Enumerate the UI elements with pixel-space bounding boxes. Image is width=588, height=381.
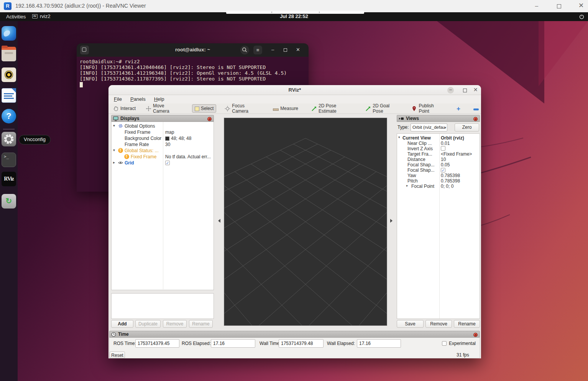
tool-interact[interactable]: Interact	[111, 105, 138, 113]
focus-camera-icon	[225, 106, 230, 112]
views-row-focal-shape-fixed[interactable]: Focal Shap... ✓	[397, 168, 480, 173]
terminal-close-button[interactable]: ✕	[294, 46, 302, 54]
3d-viewport[interactable]	[224, 118, 387, 326]
tool-measure[interactable]: Measure	[271, 105, 301, 112]
tree-row-frame-rate[interactable]: Frame Rate 30	[112, 141, 214, 148]
vnc-close-button[interactable]: ✕	[573, 0, 588, 12]
expander-open-icon[interactable]: ▾	[113, 148, 115, 152]
vnc-collapsed-toolbar[interactable]	[226, 11, 364, 14]
tool-move-camera[interactable]: Move Camera	[143, 102, 184, 115]
views-row-yaw[interactable]: Yaw 0.785398	[397, 173, 480, 178]
save-view-button[interactable]: Save	[397, 320, 424, 328]
splitter-arrow-right-icon[interactable]	[390, 219, 393, 223]
tool-2d-goal-pose[interactable]: 2D Goal Pose	[363, 102, 403, 115]
power-icon[interactable]	[579, 14, 585, 20]
tree-row-fixed-frame[interactable]: Fixed Frame map	[112, 129, 214, 135]
add-display-button[interactable]: Add	[111, 320, 133, 328]
views-row-focal-point[interactable]: ▸ Focal Point 0; 0; 0	[397, 184, 480, 189]
terminal-line: [INFO] [1753714361.412040466] [rviz2]: S…	[80, 64, 266, 70]
tool-move-camera-label: Move Camera	[153, 103, 181, 114]
libreoffice-writer-icon[interactable]	[2, 88, 16, 103]
checkbox-unchecked[interactable]	[441, 146, 445, 151]
close-panel-icon[interactable]	[207, 117, 212, 121]
expander-open-icon[interactable]: ▾	[398, 135, 400, 139]
eye-icon	[118, 160, 123, 165]
ros-time-field[interactable]: 1753714379.45	[135, 339, 179, 348]
views-panel-header[interactable]: Views	[397, 115, 480, 122]
focused-app-indicator[interactable]: RV rviz2	[32, 13, 50, 19]
ros-elapsed-field[interactable]: 17.16	[211, 339, 255, 348]
wallpaper-wedge	[539, 21, 588, 86]
thunderbird-icon[interactable]	[2, 26, 16, 41]
expander-closed-icon[interactable]: ▸	[406, 184, 408, 187]
view-type-dropdown[interactable]: Orbit (rviz_defau▾	[411, 123, 447, 131]
tree-row-background-color[interactable]: Background Color 48; 48; 48	[112, 135, 214, 141]
rename-display-button[interactable]: Rename	[189, 320, 213, 328]
remove-view-button[interactable]: Remove	[425, 320, 452, 328]
terminal-minimize-button[interactable]: –	[268, 46, 277, 54]
views-row-distance[interactable]: Distance 10	[397, 157, 480, 162]
remove-tool-button[interactable]	[471, 105, 481, 112]
tool-2d-pose-estimate[interactable]: 2D Pose Estimate	[309, 102, 357, 115]
close-panel-icon[interactable]	[473, 117, 478, 121]
terminal-maximize-button[interactable]	[281, 46, 290, 54]
rviz-titlebar[interactable]: RViz* – ✕	[108, 85, 481, 95]
rviz-maximize-button[interactable]	[462, 87, 468, 94]
checkbox-checked[interactable]: ✓	[441, 168, 445, 172]
clock[interactable]: Jul 28 22:52	[0, 13, 588, 19]
wall-time-field[interactable]: 1753714379.48	[279, 339, 324, 348]
views-row-focal-shape-size[interactable]: Focal Shap... 0.05	[397, 162, 480, 168]
experimental-checkbox[interactable]	[442, 341, 447, 346]
splitter-arrow-left-icon[interactable]	[218, 219, 220, 223]
tool-publish-point[interactable]: Publish Point	[409, 102, 447, 115]
monitor-icon	[113, 116, 118, 121]
close-panel-icon[interactable]	[473, 333, 478, 337]
tree-row-global-options[interactable]: ▾ Global Options	[112, 123, 214, 129]
terminal-search-icon[interactable]	[240, 46, 249, 54]
views-row-target-frame[interactable]: Target Fra... <Fixed Frame>	[397, 151, 480, 157]
activities-button[interactable]: Activities	[4, 13, 28, 20]
minus-icon	[473, 108, 479, 110]
rhythmbox-icon[interactable]	[2, 67, 16, 82]
menu-file[interactable]: File	[114, 96, 122, 103]
reset-button[interactable]: Reset	[110, 351, 125, 358]
software-recycle-icon[interactable]: ↻	[2, 194, 16, 209]
tool-select[interactable]: Select	[192, 104, 216, 113]
terminal-icon[interactable]: >_	[2, 153, 16, 167]
displays-panel-header[interactable]: Displays	[111, 115, 214, 122]
vnc-minimize-button[interactable]: –	[528, 0, 545, 12]
vnc-maximize-button[interactable]	[550, 0, 567, 12]
displays-description-box	[111, 293, 214, 319]
tree-row-global-status[interactable]: ▾ ! Global Status: ...	[112, 148, 214, 154]
zero-button[interactable]: Zero	[455, 123, 479, 131]
rename-view-button[interactable]: Rename	[454, 320, 480, 328]
tree-row-fixed-frame-status[interactable]: ! Fixed Frame No tf data. Actual err...	[112, 154, 214, 160]
expander-closed-icon[interactable]: ▸	[113, 160, 115, 164]
remove-display-button[interactable]: Remove	[163, 320, 187, 328]
tool-focus-camera[interactable]: Focus Camera	[222, 102, 264, 115]
checkbox-checked[interactable]: ✓	[165, 161, 170, 165]
select-icon	[195, 107, 199, 111]
views-row-invert-z[interactable]: Invert Z Axis	[397, 146, 480, 151]
files-icon[interactable]	[2, 47, 16, 61]
global-options-gear-icon	[118, 123, 123, 128]
help-icon[interactable]: ?	[2, 109, 16, 123]
views-row-current-view[interactable]: ▾ Current View Orbit (rviz)	[397, 135, 480, 141]
new-tab-button[interactable]	[80, 46, 89, 54]
warning-icon: !	[118, 148, 123, 153]
views-row-pitch[interactable]: Pitch 0.785398	[397, 178, 480, 184]
rviz-minimize-button[interactable]: –	[447, 87, 454, 94]
expander-open-icon[interactable]: ▾	[113, 123, 115, 128]
vncconfig-gear-icon[interactable]	[2, 132, 16, 146]
tree-row-grid[interactable]: ▸ Grid ✓	[112, 160, 214, 166]
terminal-menu-icon[interactable]: ≡	[253, 46, 262, 54]
rviz-close-button[interactable]: ✕	[472, 87, 479, 93]
wall-elapsed-field[interactable]: 17.16	[357, 339, 401, 348]
duplicate-display-button[interactable]: Duplicate	[135, 320, 161, 328]
add-tool-button[interactable]: +	[454, 105, 463, 112]
time-panel-header[interactable]: Time	[109, 331, 480, 338]
views-row-near-clip[interactable]: Near Clip ... 0.01	[397, 141, 480, 146]
terminal-titlebar[interactable]: root@aidlux: ~ ≡ – ✕	[77, 43, 309, 57]
tool-focus-camera-label: Focus Camera	[232, 103, 261, 114]
rviz-dock-icon[interactable]: RViz	[2, 172, 16, 186]
